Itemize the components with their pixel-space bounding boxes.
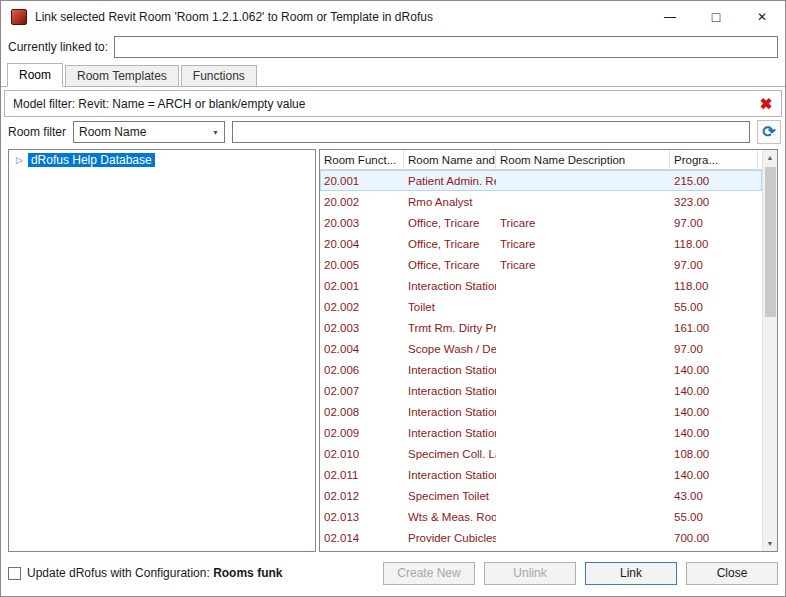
table-row[interactable]: 02.014Provider Cubicles700.00 bbox=[320, 527, 762, 548]
table-cell: Wts & Meas. Room bbox=[404, 511, 496, 523]
scroll-thumb[interactable] bbox=[765, 167, 776, 317]
table-cell: Office, Tricare bbox=[404, 238, 496, 250]
column-header-room-name[interactable]: Room Name and R... bbox=[404, 150, 496, 169]
tab-room-templates[interactable]: Room Templates bbox=[65, 65, 179, 86]
table-cell: Office, Tricare bbox=[404, 259, 496, 271]
table-cell: Trmt Rm. Dirty Proc. bbox=[404, 322, 496, 334]
table-cell: 108.00 bbox=[670, 448, 758, 460]
table-row[interactable]: 02.002Toilet55.00 bbox=[320, 296, 762, 317]
table-cell: Tricare bbox=[496, 217, 670, 229]
table-cell: 97.00 bbox=[670, 259, 758, 271]
database-tree-panel: ▷ dRofus Help Database bbox=[8, 149, 316, 552]
table-cell: 02.014 bbox=[320, 532, 404, 544]
table-cell: 02.009 bbox=[320, 427, 404, 439]
tab-room[interactable]: Room bbox=[7, 63, 63, 87]
vertical-scrollbar[interactable]: ▲ ▼ bbox=[762, 150, 777, 551]
close-button[interactable]: ✕ bbox=[739, 1, 785, 33]
table-cell: 20.002 bbox=[320, 196, 404, 208]
footer-buttons: Create New Unlink Link Close bbox=[383, 562, 778, 585]
tree-node-label: dRofus Help Database bbox=[28, 153, 155, 167]
tab-functions[interactable]: Functions bbox=[181, 65, 257, 86]
table-cell: 118.00 bbox=[670, 280, 758, 292]
table-cell: 140.00 bbox=[670, 427, 758, 439]
config-name: Rooms funk bbox=[213, 566, 282, 580]
model-filter-bar: Model filter: Revit: Name = ARCH or blan… bbox=[4, 90, 782, 117]
room-table-panel: Room Funct... Room Name and R... Room Na… bbox=[319, 149, 778, 552]
table-cell: 97.00 bbox=[670, 217, 758, 229]
table-cell: 140.00 bbox=[670, 385, 758, 397]
model-filter-text: Model filter: Revit: Name = ARCH or blan… bbox=[13, 97, 305, 111]
refresh-icon: ⟳ bbox=[762, 124, 775, 140]
table-cell: Provider Cubicles bbox=[404, 532, 496, 544]
currently-linked-row: Currently linked to: bbox=[1, 33, 785, 63]
minimize-button[interactable]: — bbox=[647, 1, 693, 33]
table-cell: 02.003 bbox=[320, 322, 404, 334]
room-filter-search-input[interactable] bbox=[232, 121, 750, 143]
footer-bar: Update dRofus with Configuration: Rooms … bbox=[1, 556, 785, 596]
table-cell: 02.006 bbox=[320, 364, 404, 376]
table-cell: 02.012 bbox=[320, 490, 404, 502]
table-row[interactable]: 02.013Wts & Meas. Room55.00 bbox=[320, 506, 762, 527]
tree-node-root[interactable]: ▷ dRofus Help Database bbox=[11, 152, 313, 168]
table-cell: 700.00 bbox=[670, 532, 758, 544]
room-filter-dropdown[interactable]: Room Name ▼ bbox=[73, 121, 225, 143]
title-bar: Link selected Revit Room 'Room 1.2.1.062… bbox=[1, 1, 785, 33]
table-cell: 02.010 bbox=[320, 448, 404, 460]
close-dialog-button[interactable]: Close bbox=[686, 562, 778, 585]
table-cell: Tricare bbox=[496, 238, 670, 250]
currently-linked-input[interactable] bbox=[114, 36, 778, 58]
table-cell: Specimen Coll. Lab bbox=[404, 448, 496, 460]
column-header-program[interactable]: Progra... bbox=[670, 150, 758, 169]
column-header-room-function[interactable]: Room Funct... bbox=[320, 150, 404, 169]
table-row[interactable]: 02.001Interaction Station118.00 bbox=[320, 275, 762, 296]
scroll-up-icon[interactable]: ▲ bbox=[763, 150, 778, 165]
table-cell: 20.003 bbox=[320, 217, 404, 229]
table-row[interactable]: 02.012Specimen Toilet43.00 bbox=[320, 485, 762, 506]
table-row[interactable]: 02.011Interaction Station140.00 bbox=[320, 464, 762, 485]
table-header-row: Room Funct... Room Name and R... Room Na… bbox=[320, 150, 762, 170]
table-row[interactable]: 02.003Trmt Rm. Dirty Proc.161.00 bbox=[320, 317, 762, 338]
table-cell: 02.011 bbox=[320, 469, 404, 481]
table-cell: Interaction Station bbox=[404, 280, 496, 292]
table-cell: 02.002 bbox=[320, 301, 404, 313]
table-cell: Interaction Station bbox=[404, 427, 496, 439]
update-config-checkbox[interactable] bbox=[8, 567, 21, 580]
refresh-button[interactable]: ⟳ bbox=[757, 120, 781, 144]
dropdown-selected-value: Room Name bbox=[79, 125, 146, 139]
table-row[interactable]: 20.004Office, TricareTricare118.00 bbox=[320, 233, 762, 254]
column-header-room-name-description[interactable]: Room Name Description bbox=[496, 150, 670, 169]
scroll-down-icon[interactable]: ▼ bbox=[763, 536, 778, 551]
table-row[interactable]: 02.006Interaction Station140.00 bbox=[320, 359, 762, 380]
table-row[interactable]: 20.003Office, TricareTricare97.00 bbox=[320, 212, 762, 233]
tree-expander-icon[interactable]: ▷ bbox=[16, 156, 23, 165]
table-cell: Patient Admin. Rec... bbox=[404, 175, 496, 187]
tab-strip: Room Room Templates Functions bbox=[1, 63, 785, 87]
room-table-body: 20.001Patient Admin. Rec...215.0020.002R… bbox=[320, 170, 762, 551]
table-row[interactable]: 02.010Specimen Coll. Lab108.00 bbox=[320, 443, 762, 464]
table-cell: 02.008 bbox=[320, 406, 404, 418]
clear-model-filter-button[interactable]: ✖ bbox=[755, 93, 777, 115]
table-cell: 02.013 bbox=[320, 511, 404, 523]
table-cell: 02.007 bbox=[320, 385, 404, 397]
table-cell: Rmo Analyst bbox=[404, 196, 496, 208]
unlink-button[interactable]: Unlink bbox=[484, 562, 576, 585]
table-row[interactable]: 02.004Scope Wash / Dec...97.00 bbox=[320, 338, 762, 359]
table-row[interactable]: 02.009Interaction Station140.00 bbox=[320, 422, 762, 443]
table-row[interactable]: 20.001Patient Admin. Rec...215.00 bbox=[320, 170, 762, 191]
table-row[interactable]: 20.002Rmo Analyst323.00 bbox=[320, 191, 762, 212]
table-cell: Specimen Toilet bbox=[404, 490, 496, 502]
link-room-dialog: Link selected Revit Room 'Room 1.2.1.062… bbox=[0, 0, 786, 597]
table-row[interactable]: 02.015Toilet97.00 bbox=[320, 548, 762, 551]
window-title: Link selected Revit Room 'Room 1.2.1.062… bbox=[35, 10, 433, 24]
table-cell: Interaction Station bbox=[404, 385, 496, 397]
table-cell: 161.00 bbox=[670, 322, 758, 334]
create-new-button[interactable]: Create New bbox=[383, 562, 475, 585]
table-row[interactable]: 02.008Interaction Station140.00 bbox=[320, 401, 762, 422]
table-cell: Scope Wash / Dec... bbox=[404, 343, 496, 355]
table-row[interactable]: 02.007Interaction Station140.00 bbox=[320, 380, 762, 401]
window-controls: — □ ✕ bbox=[647, 1, 785, 33]
table-row[interactable]: 20.005Office, TricareTricare97.00 bbox=[320, 254, 762, 275]
currently-linked-label: Currently linked to: bbox=[8, 40, 108, 54]
maximize-button[interactable]: □ bbox=[693, 1, 739, 33]
link-button[interactable]: Link bbox=[585, 562, 677, 585]
